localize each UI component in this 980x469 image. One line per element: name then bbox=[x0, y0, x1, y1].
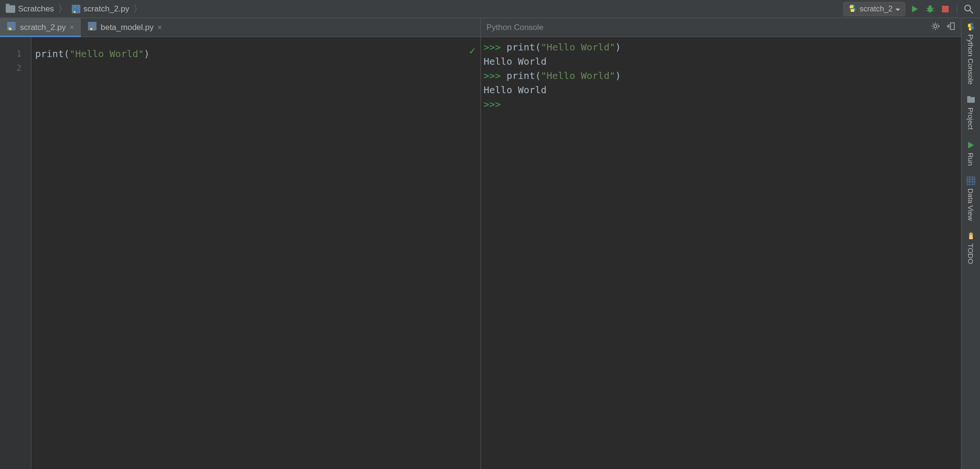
dataview-icon bbox=[966, 176, 976, 186]
line-number: 1 bbox=[0, 47, 21, 61]
console-prompt-line[interactable]: >>> bbox=[484, 97, 959, 111]
toolbar-separator bbox=[957, 4, 957, 14]
svg-point-6 bbox=[929, 5, 932, 8]
code-area[interactable]: print("Hello World") ✓ bbox=[31, 37, 480, 469]
line-number: 2 bbox=[0, 61, 21, 75]
console-panel: Python Console bbox=[481, 18, 961, 469]
folder-icon bbox=[6, 5, 15, 13]
svg-rect-11 bbox=[942, 6, 949, 12]
right-sidebar: Python Console Project Run bbox=[961, 18, 980, 469]
tab-label: scratch_2.py bbox=[20, 23, 66, 32]
python-file-icon bbox=[71, 4, 81, 14]
sidebar-item-todo[interactable]: TODO bbox=[966, 231, 976, 264]
toolbar-right: scratch_2 bbox=[843, 2, 980, 16]
console-line: >>> print("Hello World") bbox=[484, 68, 959, 83]
console-header: Python Console bbox=[481, 18, 961, 37]
stop-button[interactable] bbox=[940, 3, 951, 15]
console-paren: ( bbox=[535, 41, 541, 53]
console-string: "Hello World" bbox=[541, 41, 615, 53]
svg-point-1 bbox=[75, 7, 76, 8]
run-button[interactable] bbox=[909, 3, 921, 15]
sidebar-label: TODO bbox=[967, 244, 975, 264]
console-line: >>> print("Hello World") bbox=[484, 40, 959, 54]
run-config-selector[interactable]: scratch_2 bbox=[843, 2, 905, 16]
svg-point-18 bbox=[90, 28, 92, 30]
top-toolbar: Scratches 〉 scratch_2.py 〉 bbox=[0, 0, 980, 18]
chevron-right-icon: 〉 bbox=[133, 2, 143, 15]
svg-point-16 bbox=[10, 28, 12, 30]
sidebar-item-run[interactable]: Run bbox=[966, 140, 976, 166]
todo-icon bbox=[966, 231, 976, 241]
svg-rect-31 bbox=[967, 96, 970, 98]
svg-line-13 bbox=[970, 10, 973, 13]
console-paren: ) bbox=[615, 70, 621, 81]
console-string: "Hello World" bbox=[541, 70, 615, 81]
svg-point-37 bbox=[969, 233, 973, 236]
code-paren: ( bbox=[64, 48, 69, 59]
svg-rect-28 bbox=[951, 23, 954, 29]
sidebar-label: Run bbox=[967, 153, 975, 166]
svg-rect-30 bbox=[967, 97, 975, 103]
console-body[interactable]: >>> print("Hello World") Hello World >>>… bbox=[481, 37, 961, 469]
sidebar-label: Data View bbox=[967, 188, 975, 221]
close-icon[interactable]: × bbox=[157, 23, 162, 32]
breadcrumbs: Scratches 〉 scratch_2.py 〉 bbox=[0, 2, 144, 15]
code-string: "Hello World" bbox=[69, 48, 144, 59]
svg-rect-0 bbox=[72, 5, 80, 13]
tab-scratch-2[interactable]: scratch_2.py × bbox=[0, 18, 81, 37]
svg-point-39 bbox=[970, 234, 970, 234]
svg-line-25 bbox=[937, 28, 938, 29]
sidebar-item-dataview[interactable]: Data View bbox=[966, 176, 976, 221]
svg-line-26 bbox=[937, 24, 938, 25]
sidebar-item-project[interactable]: Project bbox=[966, 95, 976, 130]
svg-rect-38 bbox=[969, 236, 973, 239]
sidebar-label: Python Console bbox=[967, 34, 975, 85]
project-icon bbox=[966, 95, 976, 105]
svg-line-27 bbox=[933, 28, 934, 29]
line-number-gutter: 1 2 bbox=[0, 37, 31, 469]
editor-body[interactable]: 1 2 print("Hello World") ✓ bbox=[0, 37, 480, 469]
python-icon bbox=[848, 4, 857, 14]
editor-tabs: scratch_2.py × beta_model.py × bbox=[0, 18, 480, 37]
code-function: print bbox=[35, 48, 64, 59]
svg-line-7 bbox=[926, 8, 928, 9]
svg-line-8 bbox=[932, 8, 934, 9]
svg-point-40 bbox=[971, 234, 972, 234]
code-paren: ) bbox=[144, 48, 150, 59]
run-config-label: scratch_2 bbox=[860, 5, 893, 13]
console-paren: ( bbox=[535, 70, 541, 81]
svg-point-12 bbox=[965, 5, 970, 11]
chevron-right-icon: 〉 bbox=[58, 2, 67, 15]
svg-point-19 bbox=[934, 25, 937, 28]
code-line[interactable]: print("Hello World") bbox=[35, 47, 480, 61]
console-paren: ) bbox=[615, 41, 621, 53]
hide-panel-icon[interactable] bbox=[946, 21, 955, 33]
svg-point-2 bbox=[74, 11, 76, 13]
editor-panel: scratch_2.py × beta_model.py × 1 2 bbox=[0, 18, 481, 469]
debug-button[interactable] bbox=[924, 3, 936, 15]
svg-line-10 bbox=[932, 10, 934, 11]
console-fn: print bbox=[507, 41, 535, 53]
breadcrumb-label: scratch_2.py bbox=[84, 4, 129, 14]
svg-line-9 bbox=[926, 10, 928, 11]
breadcrumb-scratches[interactable]: Scratches bbox=[4, 4, 56, 14]
console-prompt: >>> bbox=[484, 41, 501, 53]
tab-beta-model[interactable]: beta_model.py × bbox=[81, 18, 169, 37]
console-fn: print bbox=[507, 70, 535, 81]
svg-line-24 bbox=[933, 24, 934, 25]
console-title: Python Console bbox=[487, 23, 544, 32]
breadcrumb-file[interactable]: scratch_2.py bbox=[69, 4, 131, 14]
breadcrumb-label: Scratches bbox=[18, 4, 54, 14]
sidebar-label: Project bbox=[967, 107, 975, 130]
python-file-icon bbox=[7, 21, 16, 33]
close-icon[interactable]: × bbox=[69, 23, 74, 32]
sidebar-item-python-console[interactable]: Python Console bbox=[966, 22, 976, 85]
gear-icon[interactable] bbox=[931, 21, 940, 33]
chevron-down-icon bbox=[895, 5, 900, 13]
console-output: Hello World bbox=[484, 83, 959, 97]
search-button[interactable] bbox=[963, 3, 974, 15]
svg-rect-32 bbox=[967, 177, 975, 185]
tab-label: beta_model.py bbox=[101, 23, 154, 32]
status-ok-icon: ✓ bbox=[469, 44, 475, 58]
svg-point-4 bbox=[853, 10, 854, 11]
